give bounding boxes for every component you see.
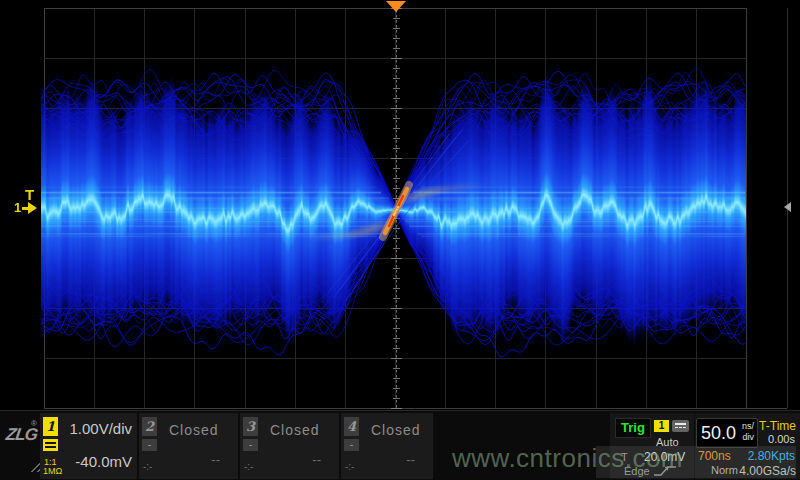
channel2-placeholder-value: -- <box>211 452 220 467</box>
hatch-icon <box>27 459 40 472</box>
brand-logo: ZLG <box>5 425 39 445</box>
coupling-solid-line <box>675 423 686 425</box>
timebase-scale-value: 50.0 <box>701 423 736 444</box>
channel1-panel[interactable]: 1 1.00V/div -40.0mV 1:1 1MΩ <box>40 413 137 479</box>
registered-mark: ® <box>31 419 37 428</box>
channel1-offset[interactable]: -40.0mV <box>75 453 132 470</box>
channel2-panel[interactable]: 2 - Closed -:- -- <box>139 413 238 479</box>
watermark-text: www.cntronics.com <box>452 443 683 474</box>
timebase-unit-line1: ns/ <box>742 421 754 431</box>
trigger-position-marker-icon[interactable] <box>386 1 406 12</box>
trigger-source-badge[interactable]: 1 <box>654 420 669 432</box>
channel3-placeholder-value: -- <box>312 452 321 467</box>
channel3-placeholder-left: -:- <box>244 461 253 472</box>
channel2-placeholder-left: -:- <box>143 461 152 472</box>
channel4-placeholder-value: -- <box>406 452 415 467</box>
trigger-level-arrow-icon[interactable] <box>784 202 791 212</box>
dc-dashed-line <box>45 446 56 448</box>
channel3-panel[interactable]: 3 - Closed -:- -- <box>240 413 339 479</box>
channel4-placeholder-left: -:- <box>345 461 354 472</box>
channel4-status: Closed <box>371 422 421 438</box>
channel1-marker-number: 1 <box>14 200 21 215</box>
channel2-status: Closed <box>169 422 219 438</box>
channel3-status: Closed <box>270 422 320 438</box>
timebase-scale-box[interactable]: 50.0 ns/ div <box>696 418 758 448</box>
channel2-badge[interactable]: 2 <box>142 417 157 436</box>
channel1-position-marker[interactable]: 1 <box>14 200 37 215</box>
oscilloscope-screen: T 1 ZLG ® 1 1.00V/div -40.0mV 1:1 1MΩ 2 … <box>0 0 800 480</box>
channel1-scale[interactable]: 1.00V/div <box>69 420 132 437</box>
brand-logo-area: ZLG ® <box>0 411 40 480</box>
channel1-dc-coupling-icon[interactable] <box>43 439 58 451</box>
channel4-coupling-badge: - <box>344 439 359 451</box>
channel4-panel[interactable]: 4 - Closed -:- -- <box>341 413 433 479</box>
channel1-badge[interactable]: 1 <box>43 417 58 436</box>
dc-solid-line <box>45 442 56 444</box>
t-time-value: 0.00s <box>768 433 795 445</box>
channel2-coupling-badge: - <box>142 439 157 451</box>
t-time-label: T-Time <box>759 419 796 433</box>
channel1-marker-arrow-icon <box>28 202 37 214</box>
channel1-impedance: 1MΩ <box>43 466 62 476</box>
coupling-dashed-line <box>675 427 686 428</box>
waveform-display-canvas <box>0 0 800 480</box>
channel4-badge[interactable]: 4 <box>344 417 359 436</box>
trigger-button[interactable]: Trig <box>615 418 651 438</box>
channel3-coupling-badge: - <box>243 439 258 451</box>
timebase-unit-line2: div <box>742 432 754 442</box>
trigger-coupling-icon[interactable] <box>672 420 689 432</box>
channel3-badge[interactable]: 3 <box>243 417 258 436</box>
